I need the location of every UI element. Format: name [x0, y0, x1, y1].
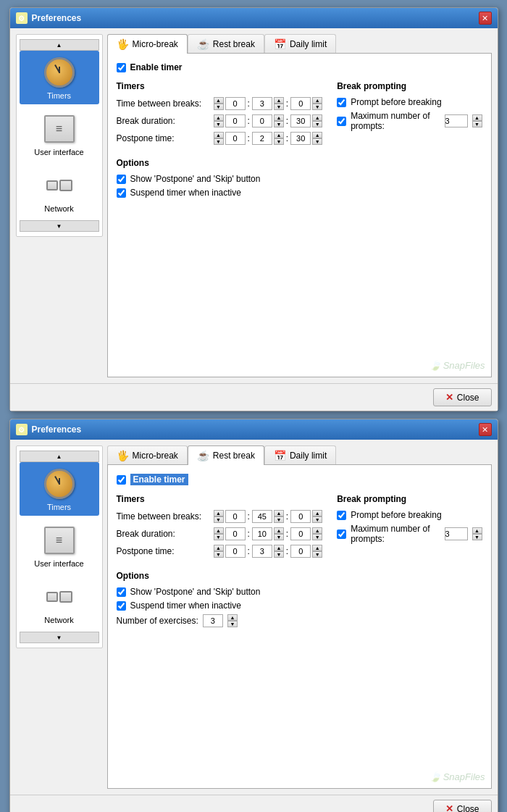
tbb-s-down-2[interactable]: ▼ [312, 516, 322, 523]
title-close-btn-1[interactable]: ✕ [479, 12, 492, 25]
tab-daily-limit-1[interactable]: 📅 Daily limit [264, 34, 336, 54]
bd-m-input-1[interactable] [252, 114, 272, 127]
pt-s-down-1[interactable]: ▼ [312, 138, 322, 145]
tab-micro-break-1[interactable]: 🖐 Micro-break [107, 34, 188, 54]
pt-m-input-2[interactable] [252, 545, 272, 558]
bd-m-up-2[interactable]: ▲ [274, 527, 284, 534]
tbb-s-up-1[interactable]: ▲ [312, 97, 322, 104]
prompt-before-breaking-checkbox-1[interactable] [337, 98, 346, 107]
tab-micro-break-2[interactable]: 🖐 Micro-break [107, 445, 188, 465]
window-2: ⚙ Preferences ✕ ▲ Timers User inte [9, 419, 498, 812]
sidebar-item-timers-1[interactable]: Timers [20, 51, 99, 104]
tbb-m-up-2[interactable]: ▲ [274, 510, 284, 516]
max-prompts-down-2[interactable]: ▼ [472, 534, 482, 540]
colon-1b: : [285, 99, 289, 109]
break-duration-spinners-2: ▲ ▼ : ▲ ▼ [214, 527, 323, 540]
pt-m-up-1[interactable]: ▲ [274, 132, 284, 138]
scroll-down-1[interactable]: ▼ [20, 220, 99, 232]
pt-h-up-1[interactable]: ▲ [214, 132, 224, 138]
pt-s-up-2[interactable]: ▲ [312, 545, 322, 551]
tbb-s-up-2[interactable]: ▲ [312, 510, 322, 516]
enable-timer-checkbox-1[interactable] [117, 63, 126, 72]
tbb-h-down-1[interactable]: ▼ [214, 104, 224, 110]
tbb-s-input-1[interactable] [290, 97, 311, 110]
bd-m-up-1[interactable]: ▲ [274, 114, 284, 121]
enable-timer-checkbox-2[interactable] [117, 475, 126, 485]
bd-m-input-2[interactable] [252, 527, 272, 540]
tbb-h-up-1[interactable]: ▲ [214, 97, 224, 104]
pt-m-up-2[interactable]: ▲ [274, 545, 284, 551]
tbb-m-down-2[interactable]: ▼ [274, 516, 284, 523]
tbb-m-input-1[interactable] [252, 97, 272, 110]
tbb-s-input-2[interactable] [290, 510, 311, 523]
bd-h-up-2[interactable]: ▲ [214, 527, 224, 534]
tab-daily-limit-2[interactable]: 📅 Daily limit [264, 445, 336, 465]
close-button-2[interactable]: ✕ Close [433, 800, 492, 812]
title-close-btn-2[interactable]: ✕ [479, 423, 492, 436]
max-prompts-up-2[interactable]: ▲ [472, 527, 482, 534]
suspend-timer-checkbox-1[interactable] [117, 188, 126, 198]
pt-h-up-2[interactable]: ▲ [214, 545, 224, 551]
sidebar-item-network-1[interactable]: Network [20, 164, 99, 217]
net-box-big-1 [59, 180, 72, 191]
pt-h-down-2[interactable]: ▼ [214, 551, 224, 558]
pt-h-input-2[interactable] [225, 545, 246, 558]
sidebar-item-ui-2[interactable]: User interface [20, 519, 99, 572]
tbb-m-up-1[interactable]: ▲ [274, 97, 284, 104]
pt-s-input-1[interactable] [290, 132, 311, 145]
bd-h-up-1[interactable]: ▲ [214, 114, 224, 121]
sidebar-item-network-2[interactable]: Network [20, 575, 99, 629]
max-prompts-input-2[interactable] [445, 527, 468, 540]
bd-s-down-2[interactable]: ▼ [312, 534, 322, 540]
tbb-m-input-2[interactable] [252, 510, 272, 523]
max-prompts-up-1[interactable]: ▲ [472, 114, 482, 121]
bd-s-up-1[interactable]: ▲ [312, 114, 322, 121]
sidebar-wrapper-2: ▲ Timers User interface [16, 445, 103, 789]
pt-s-input-2[interactable] [290, 545, 311, 558]
pt-h-down-1[interactable]: ▼ [214, 138, 224, 145]
num-ex-down-2[interactable]: ▼ [227, 621, 238, 627]
show-postpone-checkbox-2[interactable] [117, 587, 126, 597]
max-prompts-input-1[interactable] [445, 114, 468, 127]
tbb-m-down-1[interactable]: ▼ [274, 104, 284, 110]
bd-h-input-1[interactable] [225, 114, 246, 127]
bd-s-input-2[interactable] [290, 527, 311, 540]
pt-m-down-2[interactable]: ▼ [274, 551, 284, 558]
sidebar-item-timers-2[interactable]: Timers [20, 462, 99, 516]
max-prompts-down-1[interactable]: ▼ [472, 121, 482, 127]
bd-h-input-2[interactable] [225, 527, 246, 540]
tab-rest-break-1[interactable]: ☕ Rest break [188, 34, 264, 54]
tbb-s-down-1[interactable]: ▼ [312, 104, 322, 110]
bd-h-down-2[interactable]: ▼ [214, 534, 224, 540]
number-exercises-input-2[interactable] [203, 614, 223, 627]
scroll-up-1[interactable]: ▲ [20, 39, 99, 51]
close-button-1[interactable]: ✕ Close [433, 388, 492, 406]
scroll-down-2[interactable]: ▼ [20, 632, 99, 643]
pt-h-input-1[interactable] [225, 132, 246, 145]
pt-m-input-1[interactable] [252, 132, 272, 145]
show-postpone-row-1: Show 'Postpone' and 'Skip' button [117, 174, 482, 184]
max-prompts-checkbox-1[interactable] [337, 117, 346, 126]
pt-s-down-2[interactable]: ▼ [312, 551, 322, 558]
tbb-h-up-2[interactable]: ▲ [214, 510, 224, 516]
scroll-up-2[interactable]: ▲ [20, 451, 99, 462]
bd-m-down-2[interactable]: ▼ [274, 534, 284, 540]
bd-m-down-1[interactable]: ▼ [274, 121, 284, 127]
sidebar-item-ui-1[interactable]: User interface [20, 107, 99, 161]
bd-s-up-2[interactable]: ▲ [312, 527, 322, 534]
tbb-h-down-2[interactable]: ▼ [214, 516, 224, 523]
tbb-h-input-2[interactable] [225, 510, 246, 523]
tbb-h-input-1[interactable] [225, 97, 246, 110]
pt-m-down-1[interactable]: ▼ [274, 138, 284, 145]
tab-rest-break-2[interactable]: ☕ Rest break [188, 445, 264, 465]
prompt-before-breaking-checkbox-2[interactable] [337, 511, 346, 520]
bd-h-down-1[interactable]: ▼ [214, 121, 224, 127]
show-postpone-checkbox-1[interactable] [117, 175, 126, 184]
num-ex-up-2[interactable]: ▲ [227, 614, 238, 621]
timers-label-1: Timers [47, 91, 71, 100]
bd-s-input-1[interactable] [290, 114, 311, 127]
max-prompts-checkbox-2[interactable] [337, 530, 346, 539]
suspend-timer-checkbox-2[interactable] [117, 601, 126, 611]
pt-s-up-1[interactable]: ▲ [312, 132, 322, 138]
bd-s-down-1[interactable]: ▼ [312, 121, 322, 127]
